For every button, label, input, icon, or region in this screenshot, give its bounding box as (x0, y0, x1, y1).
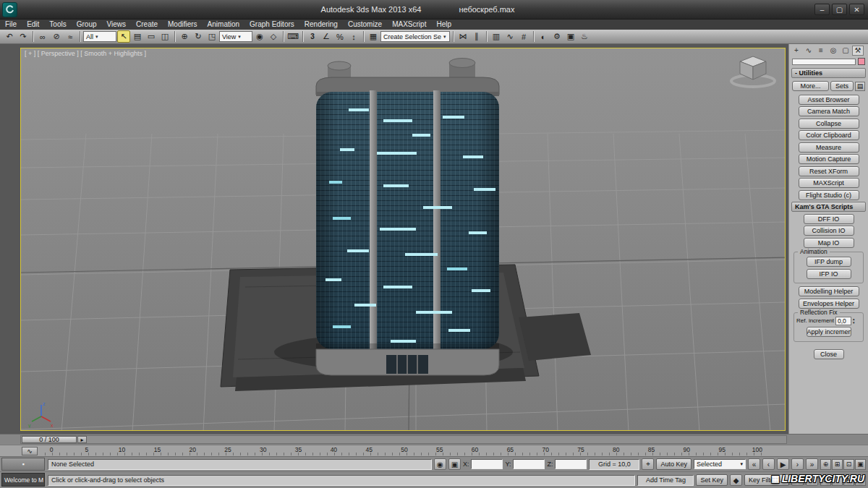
unlink-selection-icon[interactable]: ⊘ (50, 30, 63, 43)
menu-item[interactable]: Views (102, 20, 132, 30)
render-setup-icon[interactable]: ⚙ (550, 30, 563, 43)
helper-button[interactable]: Modelling Helper (799, 286, 859, 296)
utility-button[interactable]: Camera Match (799, 106, 859, 116)
utility-button[interactable]: Flight Studio (c) (799, 190, 859, 200)
select-and-move-icon[interactable]: ⊕ (178, 30, 191, 43)
tab-motion[interactable]: ◎ (827, 46, 839, 56)
tab-create[interactable]: + (791, 46, 802, 56)
spinner-snap-icon[interactable]: ↕ (347, 30, 360, 43)
menu-item[interactable]: Rendering (299, 20, 343, 30)
time-slider-handle[interactable]: 0 / 100 (22, 436, 77, 443)
isolate-selection-icon[interactable]: ◉ (434, 458, 446, 470)
reference-coordinate-dropdown[interactable]: View ▾ (219, 31, 252, 42)
schematic-view-icon[interactable]: # (517, 30, 530, 43)
ref-increment-field[interactable]: 0,0 (835, 317, 851, 325)
curve-editor-icon[interactable]: ∿ (503, 30, 516, 43)
utilities-config-icon[interactable]: ▤ (855, 82, 865, 91)
sets-button[interactable]: Sets (830, 81, 854, 91)
rendered-frame-window-icon[interactable]: ▣ (564, 30, 577, 43)
previous-frame-button[interactable]: ‹ (762, 458, 775, 470)
menu-item[interactable]: Help (431, 20, 456, 30)
viewcube[interactable] (727, 52, 779, 90)
next-frame-arrow-icon[interactable]: ▸ (77, 436, 87, 443)
auto-key-button[interactable]: Auto Key (656, 458, 692, 470)
selection-filter-dropdown[interactable]: All ▾ (83, 31, 116, 42)
animation-button[interactable]: IFP dump (807, 257, 851, 267)
menu-item[interactable]: Tools (44, 20, 71, 30)
snap-toggle-3d-icon[interactable]: 3 (306, 30, 319, 43)
key-mode-dropdown[interactable]: Selected ▾ (694, 459, 746, 469)
menu-item[interactable]: Edit (22, 20, 44, 30)
select-object-icon[interactable]: ↖ (117, 30, 130, 43)
utility-button[interactable]: Asset Browser (799, 95, 859, 105)
utility-button[interactable]: Motion Capture (799, 154, 859, 164)
select-and-manipulate-icon[interactable]: ◇ (267, 30, 280, 43)
redo-icon[interactable]: ↷ (17, 30, 30, 43)
set-key-icon[interactable]: ◆ (730, 474, 742, 486)
x-coordinate-field[interactable] (471, 459, 503, 469)
track-bar[interactable]: ∿ 05101520253035404550556065707580859095… (0, 445, 868, 457)
tab-hierarchy[interactable]: ≡ (815, 46, 827, 56)
select-and-scale-icon[interactable]: ◳ (205, 30, 218, 43)
apply-increment-button[interactable]: Apply increment (807, 327, 851, 337)
spinner-down-icon[interactable]: ▾ (853, 321, 855, 325)
time-slider-track[interactable]: 0 / 100 ▸ (20, 435, 787, 444)
set-key-button[interactable]: Set Key (696, 474, 728, 486)
utility-button[interactable]: Color Clipboard (799, 130, 859, 140)
play-button[interactable]: ▶ (777, 458, 789, 470)
go-to-end-button[interactable]: » (806, 458, 818, 470)
tab-display[interactable]: ▢ (840, 46, 851, 56)
zoom-extents-icon[interactable]: ⊡ (843, 459, 854, 470)
menu-item[interactable]: File (0, 20, 22, 30)
layer-manager-icon[interactable]: ▥ (490, 30, 503, 43)
perspective-viewport[interactable]: [ + ] [ Perspective ] [ Smooth + Highlig… (20, 48, 786, 431)
menu-item[interactable]: Customize (343, 20, 387, 30)
menu-item[interactable]: MAXScript (387, 20, 431, 30)
angle-snap-icon[interactable]: ∠ (320, 30, 333, 43)
menu-item[interactable]: Group (72, 20, 102, 30)
selection-region-icon[interactable]: ▭ (145, 30, 158, 43)
kam-io-button[interactable]: Map IO (804, 238, 854, 248)
menu-item[interactable]: Modifiers (163, 20, 203, 30)
viewport-label[interactable]: [ + ] [ Perspective ] [ Smooth + Highlig… (25, 50, 146, 57)
next-frame-button[interactable]: › (791, 458, 804, 470)
zoom-extents-all-icon[interactable]: ▣ (855, 459, 866, 470)
kam-io-button[interactable]: Collision IO (804, 226, 854, 236)
close-utility-button[interactable]: Close (814, 349, 844, 359)
tab-modify[interactable]: ∿ (803, 46, 814, 56)
y-coordinate-field[interactable] (513, 459, 545, 469)
maximize-button[interactable]: ▢ (832, 4, 847, 15)
kam-io-button[interactable]: DFF IO (804, 214, 854, 224)
helper-button[interactable]: Envelopes Helper (799, 299, 859, 309)
utilities-rollout-header[interactable]: - Utilities (791, 68, 866, 78)
render-production-icon[interactable]: ♨ (578, 30, 591, 43)
utility-button[interactable]: Measure (799, 142, 859, 153)
selection-lock-icon[interactable]: ▣ (448, 458, 461, 470)
tab-utilities[interactable]: ⚒ (852, 46, 864, 56)
add-time-tag[interactable]: Add Time Tag (637, 475, 694, 486)
menu-item[interactable]: Create (131, 20, 163, 30)
material-editor-icon[interactable]: ◐ (537, 30, 550, 43)
ref-increment-spinner[interactable]: ▴ ▾ (853, 317, 855, 325)
minimized-window-icon[interactable]: ▪ (1, 458, 45, 471)
minimize-button[interactable]: – (814, 4, 830, 15)
zoom-all-icon[interactable]: ⊞ (832, 459, 843, 470)
select-by-name-icon[interactable]: ▤ (131, 30, 144, 43)
z-coordinate-field[interactable] (555, 459, 587, 469)
transform-typein-icon[interactable]: ⌖ (642, 458, 654, 470)
menu-item[interactable]: Animation (203, 20, 244, 30)
undo-icon[interactable]: ↶ (3, 30, 16, 43)
animation-button[interactable]: IFP IO (807, 269, 851, 279)
open-mini-curve-editor-button[interactable]: ∿ (22, 447, 38, 455)
mirror-icon[interactable]: ⋈ (456, 30, 469, 43)
edit-named-selection-sets-icon[interactable]: ▦ (367, 30, 380, 43)
window-crossing-icon[interactable]: ◫ (158, 30, 171, 43)
welcome-window-button[interactable]: Welcome to M (1, 473, 45, 487)
align-icon[interactable]: ∥ (470, 30, 483, 43)
bind-to-space-warp-icon[interactable]: ≈ (64, 30, 77, 43)
use-pivot-center-icon[interactable]: ◉ (253, 30, 266, 43)
select-and-rotate-icon[interactable]: ↻ (192, 30, 205, 43)
utility-button[interactable]: Collapse (799, 119, 859, 129)
utility-button[interactable]: Reset XForm (799, 166, 859, 176)
utility-button[interactable]: MAXScript (799, 178, 859, 188)
